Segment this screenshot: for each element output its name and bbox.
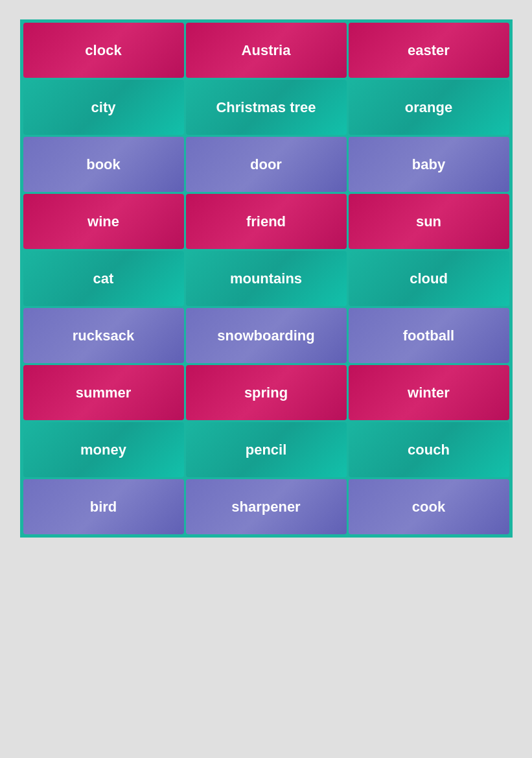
word-card[interactable]: clock <box>23 23 184 78</box>
word-label: friend <box>246 213 286 230</box>
word-card[interactable]: friend <box>186 194 347 249</box>
word-label: Christmas tree <box>216 99 316 116</box>
word-card[interactable]: snowboarding <box>186 308 347 363</box>
word-card[interactable]: cloud <box>349 251 509 306</box>
word-label: orange <box>405 99 452 116</box>
word-card[interactable]: couch <box>349 422 509 477</box>
word-card[interactable]: sharpener <box>186 479 347 534</box>
word-card[interactable]: cook <box>349 479 509 534</box>
word-label: baby <box>412 156 445 173</box>
word-label: cloud <box>410 270 448 287</box>
word-label: pencil <box>246 442 287 458</box>
word-label: rucksack <box>73 327 134 344</box>
word-card[interactable]: sun <box>349 194 509 249</box>
word-label: cook <box>412 499 445 515</box>
word-label: spring <box>244 385 288 401</box>
word-card[interactable]: pencil <box>186 422 347 477</box>
word-label: snowboarding <box>217 327 314 344</box>
word-label: football <box>403 327 454 344</box>
word-label: winter <box>408 385 450 401</box>
word-card[interactable]: football <box>349 308 509 363</box>
word-card[interactable]: city <box>23 80 184 135</box>
word-label: clock <box>85 42 121 59</box>
word-label: Austria <box>242 42 291 59</box>
word-label: cat <box>93 270 114 287</box>
word-card[interactable]: easter <box>349 23 509 78</box>
word-card[interactable]: Christmas tree <box>186 80 347 135</box>
word-label: wine <box>87 213 119 230</box>
word-card[interactable]: baby <box>349 137 509 192</box>
word-label: sun <box>416 213 441 230</box>
word-card[interactable]: winter <box>349 365 509 420</box>
word-card[interactable]: spring <box>186 365 347 420</box>
page: clockAustriaeastercityChristmas treeoran… <box>0 0 532 758</box>
word-card[interactable]: summer <box>23 365 184 420</box>
word-grid: clockAustriaeastercityChristmas treeoran… <box>20 19 513 538</box>
word-label: money <box>80 442 126 458</box>
word-label: book <box>86 156 121 173</box>
word-card[interactable]: rucksack <box>23 308 184 363</box>
word-card[interactable]: orange <box>349 80 509 135</box>
word-card[interactable]: door <box>186 137 347 192</box>
word-label: city <box>91 99 116 116</box>
word-label: bird <box>90 499 117 515</box>
word-label: easter <box>408 42 450 59</box>
word-card[interactable]: Austria <box>186 23 347 78</box>
word-label: door <box>250 156 282 173</box>
word-card[interactable]: wine <box>23 194 184 249</box>
word-card[interactable]: bird <box>23 479 184 534</box>
word-label: summer <box>76 385 132 401</box>
word-label: couch <box>408 442 450 458</box>
word-card[interactable]: book <box>23 137 184 192</box>
word-label: sharpener <box>231 499 300 515</box>
word-card[interactable]: money <box>23 422 184 477</box>
word-card[interactable]: cat <box>23 251 184 306</box>
word-card[interactable]: mountains <box>186 251 347 306</box>
word-label: mountains <box>230 270 302 287</box>
